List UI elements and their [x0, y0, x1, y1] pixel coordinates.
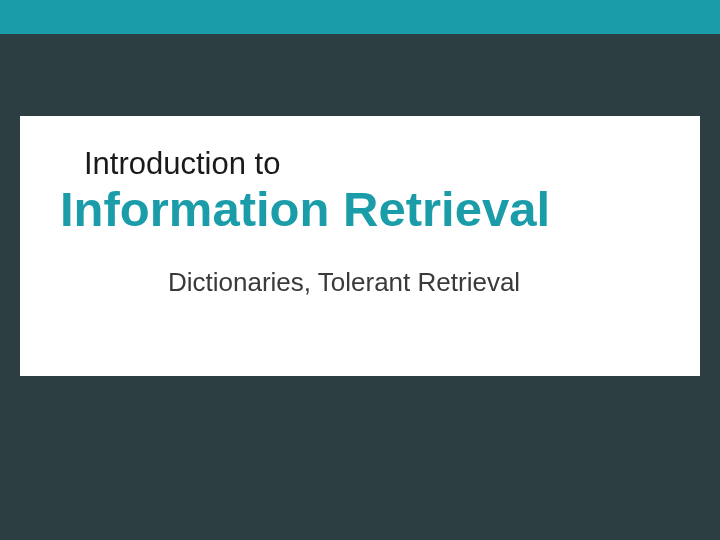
- title-panel: Introduction to Information Retrieval Di…: [20, 116, 700, 376]
- slide-title: Information Retrieval: [60, 184, 650, 235]
- slide-pretitle: Introduction to: [84, 146, 650, 182]
- top-accent-bar: [0, 0, 720, 34]
- slide-subtitle: Dictionaries, Tolerant Retrieval: [168, 267, 650, 298]
